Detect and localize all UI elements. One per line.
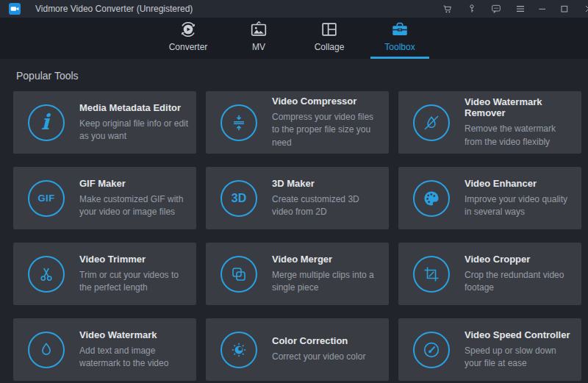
tool-title: Video Cropper [465, 254, 574, 265]
tool-card[interactable]: Video Watermark Add text and image water… [13, 318, 196, 381]
watermark-remover-icon [413, 104, 450, 141]
compress-icon [220, 104, 257, 141]
tool-description: Speed up or slow down your file at ease [465, 345, 574, 370]
tool-description: Correct your video color [272, 351, 365, 363]
tool-card[interactable]: Video Watermark Remover Remove the water… [398, 91, 581, 154]
menu-icon[interactable] [514, 3, 526, 15]
minimize-icon[interactable] [537, 3, 548, 15]
tool-title: GIF Maker [79, 178, 189, 189]
titlebar: Vidmore Video Converter (Unregistered) [0, 0, 588, 18]
tab-label: MV [252, 42, 265, 52]
tool-description: Remove the watermark from the video flex… [465, 123, 574, 148]
tab-label: Collage [315, 42, 345, 52]
tool-description: Add text and image watermark to the vide… [79, 345, 189, 370]
tool-title: Video Enhancer [465, 178, 574, 189]
tool-title: Video Watermark Remover [465, 96, 574, 118]
tool-description: Improve your video quality in several wa… [465, 193, 574, 218]
tool-card[interactable]: i Media Metadata Editor Keep original fi… [13, 91, 196, 154]
tool-card[interactable]: 3D 3D Maker Create customized 3D video f… [206, 167, 389, 229]
collage-icon [320, 20, 339, 39]
converter-icon [179, 20, 198, 39]
tool-card[interactable]: Video Cropper Crop the redundant video f… [398, 243, 581, 305]
tool-title: Video Compressor [272, 96, 381, 107]
window-title: Vidmore Video Converter (Unregistered) [35, 4, 193, 14]
crop-icon [413, 256, 450, 293]
palette-icon [413, 180, 450, 217]
feedback-icon[interactable] [490, 3, 502, 15]
tools-grid: i Media Metadata Editor Keep original fi… [0, 91, 588, 383]
maximize-icon[interactable] [559, 3, 570, 15]
tool-title: Media Metadata Editor [79, 102, 189, 113]
mv-icon [249, 20, 268, 39]
tool-title: 3D Maker [272, 178, 381, 189]
tab-converter[interactable]: Converter [159, 18, 218, 59]
tool-title: Video Speed Controller [465, 329, 574, 340]
tool-description: Make customized GIF with your video or i… [79, 193, 189, 218]
tab-label: Toolbox [384, 42, 415, 52]
key-icon[interactable] [466, 3, 478, 15]
close-icon[interactable] [583, 3, 588, 15]
tool-title: Color Correction [272, 335, 365, 346]
tool-description: Merge multiple clips into a single piece [272, 269, 381, 294]
section-title: Popular Tools [0, 59, 588, 91]
merge-icon [220, 256, 257, 293]
gif-icon: GIF [28, 180, 65, 217]
tab-label: Converter [169, 42, 208, 52]
tool-card[interactable]: Video Speed Controller Speed up or slow … [398, 318, 581, 381]
app-logo-icon [9, 3, 21, 15]
tool-card[interactable]: Video Compressor Compress your video fil… [206, 91, 389, 154]
tool-description: Compress your video files to the proper … [272, 111, 381, 148]
tool-card[interactable]: Color Correction Correct your video colo… [206, 318, 389, 381]
tool-description: Keep original file info or edit as you w… [79, 118, 189, 143]
tool-card[interactable]: Video Enhancer Improve your video qualit… [398, 167, 581, 229]
3d-icon: 3D [220, 180, 257, 217]
waterdrop-icon [28, 332, 65, 368]
info-icon: i [28, 104, 65, 141]
tab-mv[interactable]: MV [229, 18, 288, 59]
tool-description: Crop the redundant video footage [465, 269, 574, 294]
cart-icon[interactable] [442, 3, 453, 15]
tool-card[interactable]: Video Merger Merge multiple clips into a… [206, 243, 389, 305]
titlebar-icons [442, 3, 588, 15]
tool-card[interactable]: Video Trimmer Trim or cut your videos to… [13, 243, 196, 305]
tool-title: Video Merger [272, 254, 381, 265]
sun-icon [220, 332, 257, 368]
tool-title: Video Trimmer [79, 254, 189, 265]
scissors-icon [28, 256, 65, 293]
tool-description: Trim or cut your videos to the perfect l… [79, 269, 189, 294]
tab-collage[interactable]: Collage [300, 18, 359, 59]
speedometer-icon [413, 332, 450, 368]
tool-title: Video Watermark [79, 329, 189, 340]
tool-card[interactable]: GIF GIF Maker Make customized GIF with y… [13, 167, 196, 229]
tab-toolbox[interactable]: Toolbox [370, 18, 429, 59]
toolbox-icon [390, 20, 409, 39]
tool-description: Create customized 3D video from 2D [272, 193, 381, 218]
tab-bar: Converter MV Collage Toolbox [0, 18, 588, 59]
